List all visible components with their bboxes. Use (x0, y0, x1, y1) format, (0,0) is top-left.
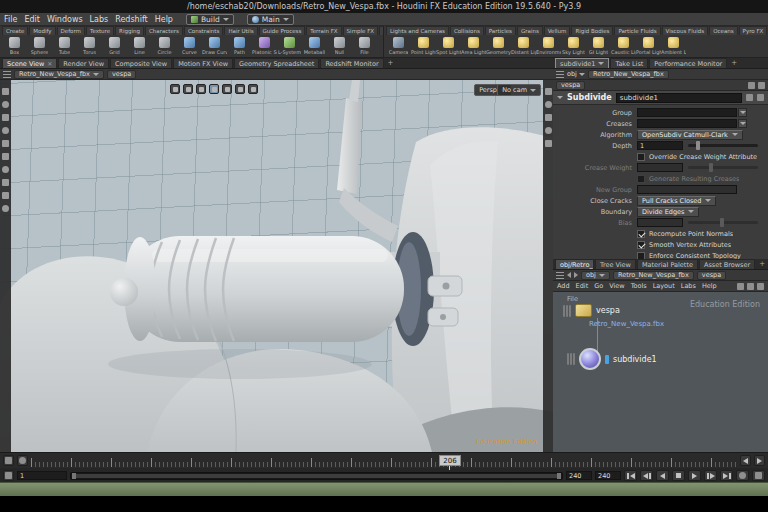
current-frame-indicator[interactable]: 206 (439, 455, 461, 466)
tool-platonic-solids[interactable]: Platonic Solids (252, 37, 277, 55)
breadcrumb-network[interactable]: Retro_New_Vespa_fbx (613, 271, 694, 280)
snap-grid-icon[interactable] (209, 84, 219, 94)
menu-redshift[interactable]: Redshift (115, 15, 147, 24)
reference-plane-icon[interactable] (248, 84, 258, 94)
tab-render-view[interactable]: Render View (58, 58, 109, 68)
jump-start-button[interactable] (624, 470, 637, 481)
rotate-tool-icon[interactable] (2, 127, 9, 134)
shelf-tab[interactable]: Particle Fluids (614, 26, 660, 35)
override-crease-weight-checkbox[interactable] (637, 153, 645, 161)
forward-icon[interactable] (574, 272, 578, 278)
tab-motion-fx-view[interactable]: Motion FX View (173, 58, 233, 68)
overview-icon[interactable] (757, 283, 764, 290)
display-toggle-icon[interactable] (545, 88, 552, 95)
multi-snap-icon[interactable] (222, 84, 232, 94)
path-chip-network[interactable]: Retro_New_Vespa_fbx (14, 70, 104, 79)
algorithm-dropdown[interactable]: OpenSubdiv Catmull-Clark (637, 130, 743, 140)
network-canvas[interactable]: Education Edition File vespa Retro_New_V… (553, 292, 768, 452)
tab-composite-view[interactable]: Composite View (110, 58, 172, 68)
new-group-field[interactable] (637, 185, 737, 194)
node-flags[interactable] (567, 353, 575, 365)
crease-weight-field[interactable] (637, 163, 683, 172)
grid-icon[interactable] (747, 283, 754, 290)
wireframe-toggle-icon[interactable] (545, 114, 552, 121)
range-handle-start[interactable] (72, 473, 76, 479)
group-field[interactable] (637, 108, 737, 117)
shelf-tab[interactable]: Collisions (450, 26, 484, 35)
shade-mode-icon[interactable] (2, 192, 9, 199)
tab-scene-view[interactable]: Scene View✕ (2, 58, 57, 68)
pane-menu-icon[interactable] (556, 71, 564, 78)
tool-path[interactable]: Path (227, 37, 252, 55)
tool-sphere[interactable]: Sphere (27, 37, 52, 55)
tool-metaball[interactable]: Metaball (302, 37, 327, 55)
shelf-tab[interactable]: Pyro FX (739, 26, 768, 35)
view-tool-icon[interactable] (2, 88, 9, 95)
shelf-tab[interactable]: Rigid Bodies (571, 26, 613, 35)
shelf-tab[interactable]: Simple FX (343, 26, 378, 35)
shelf-tab[interactable]: Texture (86, 26, 114, 35)
next-key-icon[interactable] (754, 455, 765, 466)
tool-caustic-light[interactable]: Caustic Light (611, 37, 636, 55)
tool-torus[interactable]: Torus (77, 37, 102, 55)
next-frame-button[interactable] (704, 470, 717, 481)
loop-mode-button[interactable] (736, 470, 749, 481)
play-button[interactable] (688, 470, 701, 481)
shelf-set-selector[interactable]: Build (186, 14, 234, 25)
net-menu-view[interactable]: View (609, 282, 624, 290)
shelf-tab[interactable]: Guide Process (259, 26, 306, 35)
snap-edges-icon[interactable] (196, 84, 206, 94)
tool-environment-light[interactable]: Environment Light (536, 37, 561, 55)
new-tab-button[interactable]: + (756, 259, 768, 269)
recompute-normals-checkbox[interactable] (637, 230, 645, 238)
tab-parameters[interactable]: subdivide1 (555, 58, 609, 68)
shelf-tab[interactable]: Deform (57, 26, 85, 35)
tab-take-list[interactable]: Take List (610, 58, 648, 68)
back-icon[interactable] (567, 272, 571, 278)
audio-icon[interactable] (17, 455, 28, 466)
generate-creases-checkbox[interactable] (637, 175, 645, 183)
shelf-tab[interactable]: Characters (145, 26, 183, 35)
tool-circle[interactable]: Circle (152, 37, 177, 55)
depth-field[interactable]: 1 (637, 141, 683, 150)
bias-field[interactable] (637, 218, 683, 227)
gear-icon[interactable] (758, 82, 765, 89)
menu-windows[interactable]: Windows (47, 15, 83, 24)
tool-ambient-light[interactable]: Ambient Light (661, 37, 686, 55)
path-chip-node[interactable]: vespa (107, 70, 136, 79)
close-icon[interactable]: ✕ (47, 59, 52, 69)
tool-file[interactable]: File (352, 37, 377, 55)
net-menu-help[interactable]: Help (702, 282, 717, 290)
boundary-dropdown[interactable]: Divide Edges (637, 207, 699, 217)
tab-performance-monitor[interactable]: Performance Monitor (649, 58, 727, 68)
tool-distant-light[interactable]: Distant Light (511, 37, 536, 55)
shelf-tab[interactable]: Viscous Fluids (662, 26, 709, 35)
snap-icon[interactable] (737, 283, 744, 290)
tool-curve[interactable]: Curve (177, 37, 202, 55)
handles-tool-icon[interactable] (2, 166, 9, 173)
tab-material-palette[interactable]: Material Palette (637, 259, 698, 269)
display-flag-icon[interactable] (605, 355, 609, 364)
shelf-tab[interactable]: Cloud FX (379, 26, 383, 35)
tool-lsystem[interactable]: L-System (277, 37, 302, 55)
range-start-field[interactable]: 1 (17, 471, 67, 480)
translate-tool-icon[interactable] (2, 114, 9, 121)
group-menu-button[interactable] (738, 108, 747, 117)
file-node[interactable]: vespa (563, 304, 620, 317)
jump-end-button[interactable] (720, 470, 733, 481)
shelf-tab[interactable]: Grains (517, 26, 543, 35)
shelf-tab[interactable]: Lights and Cameras (386, 26, 449, 35)
play-reverse-button[interactable] (656, 470, 669, 481)
new-tab-button[interactable]: + (728, 58, 740, 68)
node-flags[interactable] (563, 305, 571, 317)
range-slider[interactable] (70, 472, 563, 480)
bias-slider[interactable] (688, 221, 758, 224)
select-tool-icon[interactable] (2, 101, 9, 108)
playbar-options-icon[interactable] (3, 455, 14, 466)
camera-menu[interactable]: No cam (497, 84, 541, 96)
tool-grid[interactable]: Grid (102, 37, 127, 55)
net-menu-edit[interactable]: Edit (576, 282, 589, 290)
tool-box[interactable]: Box (2, 37, 27, 55)
viewport-3d[interactable]: Persp No cam Education Edition (0, 80, 553, 452)
breadcrumb-obj[interactable]: obj (581, 271, 610, 280)
